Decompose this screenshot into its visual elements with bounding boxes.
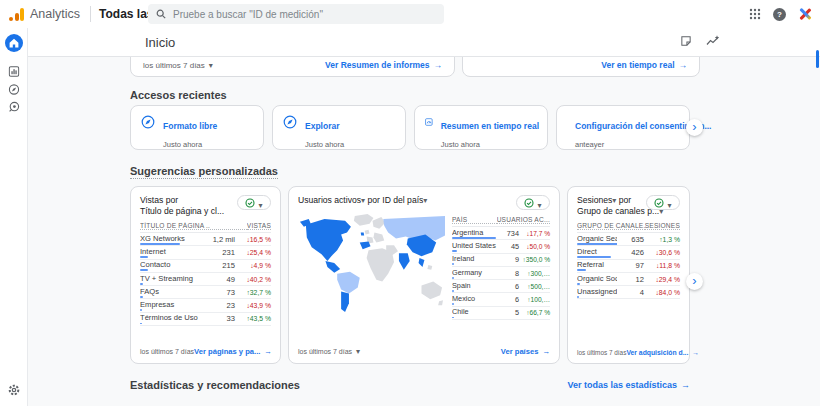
avatar[interactable] bbox=[798, 7, 812, 21]
card-title-line2[interactable]: Título de página y cl... bbox=[140, 206, 233, 217]
recent-item-consent-settings[interactable]: Configuración del consentimien...anteaye… bbox=[556, 105, 690, 150]
view-acquisition-link[interactable]: Ver adquisición d... bbox=[626, 349, 699, 356]
row-delta: ↓16,5 % bbox=[235, 236, 271, 243]
sidebar-item-home[interactable] bbox=[5, 34, 23, 52]
view-reports-snapshot-link[interactable]: Ver Resumen de informes bbox=[325, 60, 442, 70]
column-header-metric: VISTAS bbox=[247, 222, 271, 230]
view-realtime-link[interactable]: Ver en tiempo real bbox=[601, 60, 687, 70]
view-pages-link[interactable]: Ver páginas y pa... bbox=[194, 347, 272, 356]
table-row: Chile5↑66,7 % bbox=[452, 307, 550, 320]
carousel-next-button[interactable] bbox=[686, 119, 703, 136]
chevron-down-icon bbox=[258, 194, 262, 212]
column-header-dimension: TÍTULO DE PÁGINA .. bbox=[140, 222, 247, 230]
countries-table: PAÍS USUARIOS AC... Argentina734↓17,7 % … bbox=[452, 211, 550, 320]
row-label: Ireland bbox=[452, 254, 497, 263]
table-row: XG Networks1,2 mil↓16,5 % bbox=[140, 233, 271, 246]
row-delta: ↓84,0 % bbox=[644, 289, 680, 296]
page-title: Inicio bbox=[145, 35, 175, 50]
card-metric[interactable]: Sesiones bbox=[577, 195, 612, 205]
row-label: Chile bbox=[452, 307, 497, 316]
row-value: 6 bbox=[497, 282, 519, 291]
table-row: Empresas23↓43,9 % bbox=[140, 299, 271, 312]
sidebar-item-reports[interactable] bbox=[8, 66, 19, 77]
date-range-selector[interactable]: los últimos 7 días bbox=[143, 61, 213, 70]
apps-grid-icon[interactable] bbox=[749, 8, 761, 20]
recent-item-formato-libre[interactable]: Formato libreJusto ahora bbox=[130, 105, 264, 150]
recent-item-realtime[interactable]: Resumen en tiempo realJusto ahora bbox=[414, 105, 548, 150]
table-row: Internet231↓25,4 % bbox=[140, 246, 271, 259]
card-title-rest: por bbox=[619, 195, 631, 205]
date-range-selector[interactable]: los últimos 7 días bbox=[298, 347, 360, 356]
pages-table: XG Networks1,2 mil↓16,5 % Internet231↓25… bbox=[140, 233, 271, 326]
carousel-next-button[interactable] bbox=[686, 273, 703, 290]
status-pill[interactable] bbox=[237, 195, 271, 210]
scrollbar-thumb[interactable] bbox=[816, 50, 819, 68]
suggestion-card-pages: Vistas por Título de página y cl... TÍTU… bbox=[130, 186, 281, 364]
chevron-down-icon bbox=[612, 195, 616, 205]
sidebar-item-explore[interactable] bbox=[8, 84, 19, 95]
table-row: Direct426↓30,6 % bbox=[577, 246, 680, 259]
bar-indicator bbox=[577, 296, 579, 298]
suggestion-card-countries: Usuarios activos por ID del país bbox=[288, 186, 560, 364]
top-app-bar: Analytics Todas las cuentas Pruebe a bus… bbox=[0, 0, 820, 28]
row-delta: ↓40,2 % bbox=[235, 276, 271, 283]
bar-indicator bbox=[140, 323, 142, 325]
row-delta: ↑32,7 % bbox=[235, 289, 271, 296]
explore-compass-icon bbox=[283, 115, 297, 129]
table-row: Unassigned4↓84,0 % bbox=[577, 286, 680, 299]
row-label: Organic Search bbox=[577, 234, 617, 243]
row-delta: ↑300,… bbox=[519, 270, 550, 277]
status-pill[interactable] bbox=[516, 195, 550, 210]
table-row: Referral97↓11,8 % bbox=[577, 260, 680, 273]
row-label: Argentina bbox=[452, 228, 497, 237]
recent-item-explorar[interactable]: ExplorarJusto ahora bbox=[272, 105, 406, 150]
bar-indicator bbox=[140, 309, 142, 311]
row-delta: ↑43,5 % bbox=[235, 315, 271, 322]
notes-icon[interactable] bbox=[680, 35, 692, 47]
recent-item-label: Resumen en tiempo real bbox=[441, 121, 539, 131]
row-label: Spain bbox=[452, 281, 497, 290]
recent-item-label: Explorar bbox=[305, 121, 340, 131]
bar-indicator bbox=[140, 256, 148, 258]
chevron-down-icon bbox=[537, 194, 541, 212]
row-label: Germany bbox=[452, 268, 497, 277]
view-countries-link[interactable]: Ver países bbox=[501, 347, 550, 356]
advertising-icon bbox=[8, 101, 20, 113]
row-value: 426 bbox=[617, 248, 644, 257]
bar-indicator bbox=[452, 263, 454, 265]
brand-label: Analytics bbox=[30, 7, 80, 21]
sidebar-item-admin[interactable] bbox=[8, 384, 20, 396]
row-delta: ↑1,3 % bbox=[644, 236, 680, 243]
table-row: United States45↓50,0 % bbox=[452, 240, 550, 253]
row-label: TV + Streaming bbox=[140, 274, 208, 283]
explore-icon bbox=[8, 84, 19, 95]
bar-indicator bbox=[452, 290, 454, 292]
row-label: Direct bbox=[577, 247, 617, 256]
recent-item-label: Formato libre bbox=[163, 121, 217, 131]
row-value: 4 bbox=[617, 288, 644, 297]
bar-indicator bbox=[452, 277, 454, 279]
row-value: 33 bbox=[208, 314, 235, 323]
home-icon bbox=[9, 38, 19, 48]
view-all-insights-link[interactable]: Ver todas las estadísticas bbox=[567, 380, 690, 390]
search-input[interactable]: Pruebe a buscar "ID de medición" bbox=[148, 4, 444, 24]
row-delta: ↓43,9 % bbox=[235, 302, 271, 309]
insights-sparkline-icon[interactable] bbox=[706, 35, 720, 47]
row-label: Mexico bbox=[452, 294, 497, 303]
bar-indicator bbox=[140, 283, 143, 285]
help-icon[interactable] bbox=[773, 8, 786, 21]
analytics-home-page: Analytics Todas las cuentas Pruebe a bus… bbox=[0, 0, 820, 406]
check-circle-icon bbox=[245, 198, 255, 208]
card-title-line1[interactable]: Vistas por bbox=[140, 195, 233, 206]
bar-indicator bbox=[577, 256, 611, 258]
recent-item-time: anteayer bbox=[575, 140, 604, 149]
card-metric[interactable]: Usuarios activos bbox=[298, 195, 361, 205]
sidebar-item-advertising[interactable] bbox=[8, 101, 20, 113]
status-pill[interactable] bbox=[646, 195, 680, 210]
bar-indicator bbox=[452, 250, 457, 252]
card-dimension[interactable]: por ID del país bbox=[367, 195, 423, 205]
table-header: TÍTULO DE PÁGINA .. VISTAS bbox=[140, 222, 271, 233]
column-header-metric: SESIONES bbox=[645, 222, 680, 230]
date-range-label: los últimos 7 días bbox=[298, 348, 352, 355]
card-dimension[interactable]: Grupo de canales p... bbox=[577, 206, 659, 216]
